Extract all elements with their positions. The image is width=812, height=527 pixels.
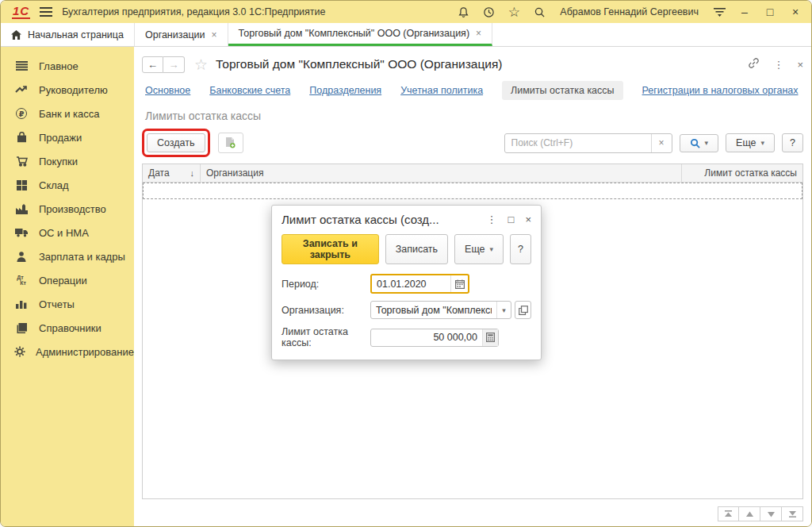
period-field-row: Период:	[282, 274, 531, 294]
dialog-title: Лимит остатка кассы (созд...	[282, 213, 476, 226]
get-link-icon[interactable]	[748, 57, 760, 72]
calculator-icon[interactable]	[482, 329, 498, 346]
dialog-maximize-icon[interactable]: □	[508, 213, 515, 225]
organization-dropdown-icon[interactable]: ▾	[496, 302, 511, 318]
limit-input[interactable]	[371, 332, 482, 343]
tab-close-icon[interactable]: ×	[212, 29, 217, 40]
limit-create-dialog: Лимит остатка кассы (созд... ⋮ □ × Запис…	[271, 205, 542, 360]
person-icon	[14, 252, 29, 262]
favorite-star-icon[interactable]: ☆	[194, 56, 208, 74]
search-clear-icon[interactable]: ×	[651, 134, 672, 152]
tab-organizations[interactable]: Организации ×	[135, 23, 228, 46]
sidebar-item-operacii[interactable]: ДтКт Операции	[1, 268, 134, 292]
factory-icon	[14, 204, 29, 214]
sidebar-item-rukovoditelyu[interactable]: Руководителю	[1, 78, 134, 102]
limit-field	[370, 329, 499, 347]
tab-org-card[interactable]: Торговый дом "Комплексный" ООО (Организа…	[228, 23, 492, 46]
form-nav-links: Основное Банковские счета Подразделения …	[142, 78, 803, 106]
organization-field: ▾	[370, 301, 511, 319]
go-previous-button[interactable]	[739, 506, 760, 521]
organization-input[interactable]	[371, 305, 496, 316]
dialog-close-icon[interactable]: ×	[525, 213, 531, 225]
sidebar-item-otchety[interactable]: Отчеты	[1, 292, 134, 316]
organization-field-row: Организация: ▾	[282, 301, 531, 319]
dialog-more-button[interactable]: Еще ▾	[454, 234, 504, 264]
open-organization-button[interactable]	[515, 301, 531, 319]
maximize-button[interactable]: □	[762, 4, 778, 20]
navlink-osnovnoe[interactable]: Основное	[145, 85, 190, 96]
save-button[interactable]: Записать	[385, 234, 448, 264]
sort-descending-icon: ↓	[190, 168, 195, 178]
navlink-registracii[interactable]: Регистрации в налоговых органах	[642, 85, 799, 96]
forward-button[interactable]: →	[163, 56, 185, 73]
back-button[interactable]: ←	[142, 56, 163, 73]
calendar-icon[interactable]	[450, 275, 468, 292]
search-input[interactable]	[505, 137, 651, 148]
tab-close-icon[interactable]: ×	[476, 28, 481, 39]
go-first-button[interactable]	[718, 506, 739, 521]
navlink-bank-accounts[interactable]: Банковские счета	[209, 85, 290, 96]
history-clock-icon[interactable]	[481, 4, 496, 20]
close-form-icon[interactable]: ×	[797, 59, 803, 71]
caret-down-icon: ▾	[761, 139, 765, 147]
create-by-copy-button[interactable]	[218, 133, 243, 153]
sidebar-item-sklad[interactable]: Склад	[1, 173, 134, 197]
caret-down-icon: ▾	[705, 139, 709, 147]
help-button[interactable]: ?	[782, 133, 803, 152]
more-actions-button[interactable]: Еще ▾	[726, 133, 775, 152]
app-title: Бухгалтерия предприятия, редакция 3.0 1С…	[62, 6, 325, 17]
navlink-podrazdeleniya[interactable]: Подразделения	[309, 85, 381, 96]
dialog-help-button[interactable]: ?	[510, 234, 531, 264]
sidebar-item-administrirovanie[interactable]: Администрирование	[1, 340, 134, 364]
sidebar-item-pokupki[interactable]: Покупки	[1, 149, 134, 173]
global-search-icon[interactable]	[531, 4, 547, 20]
caret-down-icon: ▾	[490, 245, 494, 253]
sections-list-icon	[14, 61, 29, 71]
sidebar-item-os-nma[interactable]: ОС и НМА	[1, 221, 134, 244]
tab-home[interactable]: Начальная страница	[1, 23, 135, 46]
service-menu-icon[interactable]	[711, 4, 727, 20]
tab-organizations-label: Организации	[145, 29, 205, 40]
period-input[interactable]	[372, 279, 450, 290]
tab-home-label: Начальная страница	[28, 29, 124, 40]
column-header-date[interactable]: Дата ↓	[143, 167, 200, 179]
navlink-uchetnaya-politika[interactable]: Учетная политика	[400, 85, 483, 96]
limit-label: Лимит остатка кассы:	[282, 326, 370, 348]
main-menu-icon[interactable]	[38, 4, 54, 20]
more-kebab-icon[interactable]: ⋮	[773, 59, 783, 71]
sidebar-item-bank-kassa[interactable]: ₽ Банк и касса	[1, 102, 134, 125]
section-heading: Лимиты остатка кассы	[142, 106, 803, 129]
go-last-button[interactable]	[782, 506, 803, 521]
close-window-button[interactable]: ×	[787, 4, 803, 20]
page-title: Торговый дом "Комплексный" ООО (Организа…	[216, 57, 502, 71]
ruble-circle-icon: ₽	[14, 108, 29, 119]
form-header: ← → ☆ Торговый дом "Комплексный" ООО (Ор…	[142, 51, 803, 78]
minimize-button[interactable]: –	[737, 4, 753, 20]
navlink-limity-active[interactable]: Лимиты остатка кассы	[502, 81, 622, 100]
shopping-cart-icon	[14, 156, 29, 167]
dialog-more-kebab-icon[interactable]: ⋮	[487, 213, 497, 225]
period-label: Период:	[282, 279, 370, 290]
titlebar: 1С Бухгалтерия предприятия, редакция 3.0…	[1, 1, 811, 23]
notifications-bell-icon[interactable]	[455, 4, 471, 20]
sidebar-item-glavnoe[interactable]: Главное	[1, 54, 134, 78]
truck-icon	[14, 228, 29, 237]
column-header-organization[interactable]: Организация	[200, 164, 682, 182]
limit-field-row: Лимит остатка кассы:	[282, 326, 531, 348]
sidebar-item-proizvodstvo[interactable]: Производство	[1, 197, 134, 221]
warehouse-grid-icon	[14, 180, 29, 190]
annotation-highlight-red-box: Создать	[142, 129, 210, 157]
save-and-close-button[interactable]: Записать и закрыть	[282, 234, 379, 264]
favorites-star-icon[interactable]: ☆	[506, 4, 522, 20]
create-button[interactable]: Создать	[147, 133, 205, 152]
sidebar-item-prodazhi[interactable]: Продажи	[1, 125, 134, 149]
search-options-button[interactable]: ▾	[680, 134, 719, 152]
sidebar-item-spravochniki[interactable]: Справочники	[1, 316, 134, 340]
app-window: 1С Бухгалтерия предприятия, редакция 3.0…	[0, 0, 812, 527]
current-user-name[interactable]: Абрамов Геннадий Сергеевич	[560, 6, 699, 17]
sidebar-item-zarplata-kadry[interactable]: Зарплата и кадры	[1, 244, 134, 268]
go-next-button[interactable]	[760, 506, 782, 521]
column-header-limit[interactable]: Лимит остатка кассы	[682, 167, 802, 179]
selected-empty-row[interactable]	[143, 183, 802, 199]
1c-logo: 1С	[12, 6, 30, 19]
